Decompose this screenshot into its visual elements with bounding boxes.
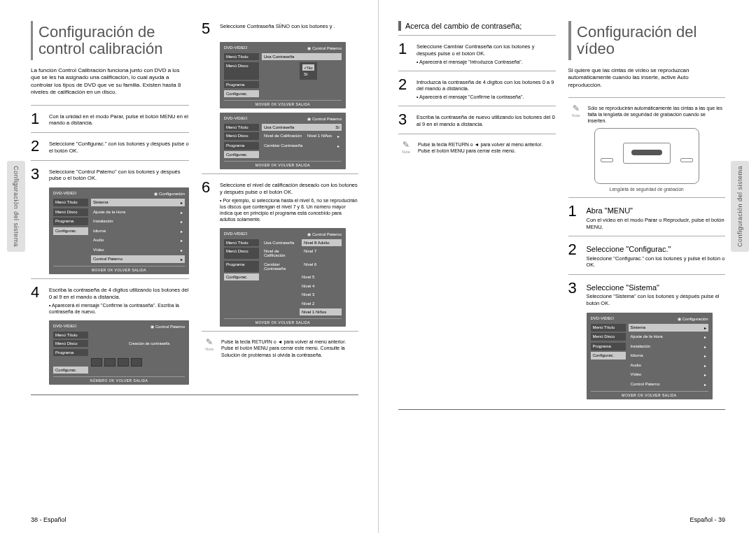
step-2: 2 Seleccione "Configurac." con los boton…: [31, 138, 189, 155]
page-number-left: 38 - Español: [31, 516, 66, 523]
osd-screenshot-yesno: DVD-VIDEO◉ Control Paterno Menú TítuloUs…: [220, 42, 346, 108]
step-5: 5 Seleccione Contraseña SÍ/NO con los bo…: [202, 21, 358, 36]
step-6: 6 Seleccione el nivel de calificación de…: [202, 180, 358, 222]
note-block-a: ✎Note Pulse la tecla RETURN o ◄ para vol…: [398, 140, 556, 154]
page-number-right: Español - 39: [690, 516, 725, 523]
video-step-3: 3 Seleccione "Sistema"Seleccione "Sistem…: [568, 280, 726, 307]
col-left-b: 5 Seleccione Contraseña SÍ/NO con los bo…: [202, 21, 358, 389]
col-left-a: Configuración de control calibración La …: [31, 21, 189, 389]
page-spread: Configuración del sistema Configuración …: [0, 0, 756, 533]
page-title: Configuración de control calibración: [38, 24, 189, 57]
page-title-right: Configuración del vídeo: [577, 24, 725, 57]
col-right-a: Acerca del cambio de contraseña; 1 Selec…: [398, 21, 556, 404]
osd-screenshot-levels: DVD-VIDEO◉ Control Paterno Menú TítuloUs…: [220, 228, 346, 327]
pw-step-1: 1 Seleccione Cambiar Contraseña con los …: [398, 41, 556, 65]
title-block-right: Configuración del vídeo: [568, 21, 726, 60]
pencil-icon: ✎: [398, 140, 414, 150]
osd-screenshot-parental: DVD-VIDEO◉ Control Paterno Menú TítuloUs…: [220, 113, 346, 170]
video-step-1: 1 Abra "MENU"Con el vídeo en el modo Par…: [568, 204, 726, 230]
step-3: 3 Seleccione "Control Paterno" con los b…: [31, 166, 189, 183]
title-accent-bar: [31, 21, 33, 60]
note-block-b: ✎Nota Sólo se reproducirán automáticamen…: [568, 104, 726, 124]
intro-text: La función Control Calibración funciona …: [31, 67, 181, 97]
side-tab-left: Configuración del sistema: [7, 161, 25, 252]
osd-screenshot-config: DVD-VIDEO◉ Configuración Menú TítuloSist…: [49, 187, 189, 274]
video-step-2: 2 Seleccione "Configurac."Seleccione "Co…: [568, 242, 726, 269]
intro-right: Si quiere que las cintas de vídeo se rep…: [568, 67, 719, 89]
pencil-icon: ✎: [568, 104, 584, 113]
note-block: ✎Nota Pulse la tecla RETURN o ◄ para vol…: [202, 337, 358, 357]
step-4: 4 Escriba la contraseña de 4 dígitos uti…: [31, 285, 189, 315]
vhs-caption: Lengüeta de seguridad de grabación: [568, 187, 726, 192]
page-39: Configuración del sistema Acerca del cam…: [378, 0, 756, 533]
vhs-illustration: [594, 128, 699, 184]
col-right-b: Configuración del vídeo Si quiere que la…: [568, 21, 726, 404]
osd-screenshot-config-right: DVD-VIDEO◉ Configuración Menú TítuloSist…: [587, 313, 713, 399]
title-block: Configuración de control calibración: [31, 21, 189, 60]
section-heading: Acerca del cambio de contraseña;: [398, 21, 556, 31]
pencil-icon: ✎: [202, 337, 217, 347]
pw-step-2: 2 Introduzca la contraseña de 4 dígitos …: [398, 77, 556, 101]
side-tab-right: Configuración del sistema: [731, 161, 749, 252]
page-38: Configuración del sistema Configuración …: [0, 0, 378, 533]
osd-screenshot-password: DVD-VIDEO◉ Control Paterno Menú Título M…: [49, 320, 189, 385]
step-1: 1 Con la unidad en el modo Parar, pulse …: [31, 111, 189, 127]
pw-step-3: 3 Escriba la contraseña de nuevo utiliza…: [398, 112, 556, 128]
